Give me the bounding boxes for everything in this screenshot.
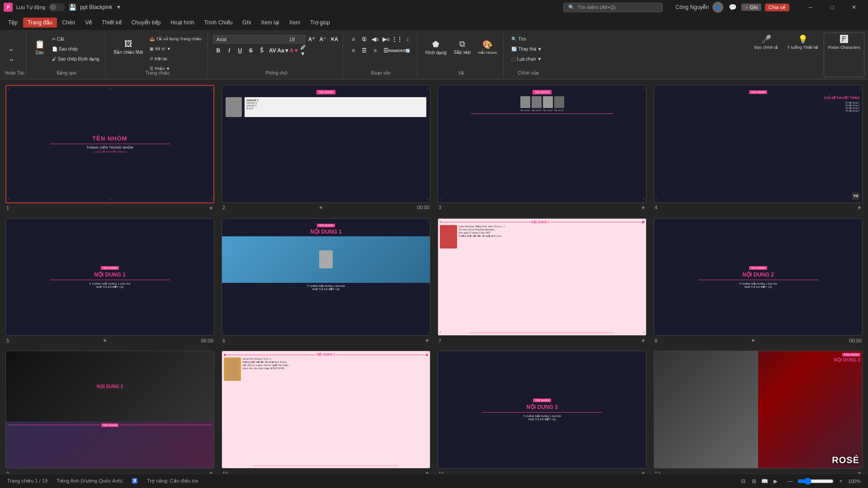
replace-button[interactable]: 🔄 Thay thế ▼	[509, 44, 544, 53]
numbering-button[interactable]: ①	[359, 34, 369, 44]
smartart-button[interactable]: SmartArt	[392, 46, 402, 56]
share-button[interactable]: Chia sẻ	[765, 4, 789, 11]
new-slide-button[interactable]: 🖼 Bản chiếu Mới	[111, 34, 146, 60]
filename-chevron[interactable]: ▼	[116, 4, 122, 10]
find-button[interactable]: 🔍 Tìm	[509, 34, 544, 43]
menu-view[interactable]: Xem	[284, 18, 305, 28]
shadow-button[interactable]: S̈	[257, 46, 267, 56]
bullets-button[interactable]: ≡	[349, 34, 359, 44]
outdent-button[interactable]: ◀≡	[370, 34, 380, 44]
close-button[interactable]: ✕	[844, 0, 864, 14]
menubar: Tệp Trang đầu Chèn Về Thiết kế Chuyển ti…	[0, 14, 868, 31]
slide-item-9[interactable]: NỘI DUNG 2 TÊN NHÓM 9 ★	[5, 351, 214, 474]
menu-insert[interactable]: Chèn	[58, 18, 80, 28]
slide-item-2[interactable]: TÊN NHÓM GROUP 1 GROUP S GROUP 5 BLALK +…	[222, 85, 430, 211]
format-painter-button[interactable]: 🖌 Sao chép Định dạng	[50, 54, 102, 63]
slide-thumb-4[interactable]: TÊN NHÓM CHỦ ĐỀ THUYẾT TRÌNH 01 Nội dung…	[654, 85, 863, 203]
undo-button[interactable]: ↩	[7, 46, 15, 55]
paste-button[interactable]: 📋 Dán	[32, 34, 48, 60]
font-size-selector[interactable]: 18	[287, 35, 305, 43]
menu-animations[interactable]: Hoạt hình	[166, 18, 198, 28]
save-icon[interactable]: 💾	[69, 4, 76, 11]
shapes-button[interactable]: ⬟ Hình dạng	[423, 34, 449, 60]
clear-format-button[interactable]: ✕A	[329, 34, 339, 44]
ribbon: ↩ ↪ Hoàn Tác 📋 Dán ✂ Cắt 📄 Sao chép 🖌 Sa…	[0, 31, 868, 80]
select-button[interactable]: ⬚ Lựa chọn ▼	[509, 54, 544, 63]
arrange-button[interactable]: ⧉ Sắp xếp	[451, 34, 473, 60]
align-right-button[interactable]: ≡	[370, 46, 380, 56]
save-toggle[interactable]	[49, 3, 65, 11]
zoom-in-button[interactable]: +	[836, 477, 845, 486]
menu-slideshow[interactable]: Trình Chiếu	[200, 18, 237, 28]
increase-font-button[interactable]: A⁺	[307, 34, 316, 44]
normal-view-button[interactable]: ⊟	[739, 477, 748, 486]
slide-sorter-button[interactable]: ⊞	[750, 477, 759, 486]
menu-about[interactable]: Về	[80, 18, 96, 28]
decrease-font-button[interactable]: A⁻	[318, 34, 328, 44]
slide-thumb-3[interactable]: TÊN NHÓM Họ và tên Họ và tên	[438, 85, 646, 203]
slide-item-6[interactable]: TÊN NHÓM NỘI DUNG 1 Ý CHÍNH NỘI DUNG 1 G…	[222, 218, 430, 344]
maximize-button[interactable]: □	[822, 0, 843, 14]
zoom-out-button[interactable]: —	[786, 477, 795, 486]
indent-button[interactable]: ▶≡	[381, 34, 391, 44]
slide-item-1[interactable]: TÊN NHÓM THÀNH VIÊN TRONG NHÓM + CHỦ ĐỀ …	[5, 85, 214, 211]
menu-home[interactable]: Trang đầu	[23, 18, 57, 28]
slide-thumb-7[interactable]: NỘI DUNG 1 Lalisa Manoban (Tiếng Thái: ล…	[438, 218, 646, 336]
menu-transitions[interactable]: Chuyển tiếp	[127, 18, 165, 28]
minimize-button[interactable]: ─	[800, 0, 821, 14]
menu-record[interactable]: Ghi	[238, 18, 255, 28]
columns-button[interactable]: ⋮⋮	[392, 34, 402, 44]
slideshow-view-button[interactable]: ▶	[771, 477, 780, 486]
slide-thumb-6[interactable]: TÊN NHÓM NỘI DUNG 1 Ý CHÍNH NỘI DUNG 1 G…	[222, 218, 430, 336]
ideas-button[interactable]: 💡 Ý tưởng Thiết kế	[783, 33, 822, 77]
copy-button[interactable]: 📄 Sao chép	[50, 44, 102, 53]
slide-thumb-9[interactable]: NỘI DUNG 2 TÊN NHÓM	[5, 351, 214, 469]
menu-help[interactable]: Trợ giúp	[306, 18, 335, 28]
menu-review[interactable]: Xem lại	[256, 18, 283, 28]
slide-thumb-11[interactable]: TÊN NHÓM NỘI DUNG 3 Ý CHÍNH NỘI DUNG 1 G…	[438, 351, 646, 469]
slide-item-11[interactable]: TÊN NHÓM NỘI DUNG 3 Ý CHÍNH NỘI DUNG 1 G…	[438, 351, 646, 474]
slide-item-3[interactable]: TÊN NHÓM Họ và tên Họ và tên	[438, 85, 646, 211]
change-case-button[interactable]: Aa▼	[278, 46, 288, 56]
reuse-slides-button[interactable]: 📥 Tải sử dụng Trang chiếu	[147, 34, 204, 43]
slide-thumb-8[interactable]: TÊN NHÓM NỘI DUNG 2 Ý CHÍNH NỘI DUNG 1 G…	[654, 218, 863, 336]
reset-button[interactable]: ↺ Đặt lại	[147, 54, 204, 63]
redo-button[interactable]: ↪	[7, 56, 15, 65]
slide-item-7[interactable]: NỘI DUNG 1 Lalisa Manoban (Tiếng Thái: ล…	[438, 218, 646, 344]
slide-item-8[interactable]: TÊN NHÓM NỘI DUNG 2 Ý CHÍNH NỘI DUNG 1 G…	[654, 218, 863, 344]
menu-file[interactable]: Tệp	[4, 18, 22, 28]
cut-button[interactable]: ✂ Cắt	[50, 34, 102, 43]
convert-button[interactable]: 🔄	[403, 46, 413, 56]
slide-item-10[interactable]: NỘI DUNG 2 Jennie Kim (Hangul: 김제니)... t…	[222, 351, 430, 474]
strikethrough-button[interactable]: S	[246, 46, 256, 56]
slide-thumb-1[interactable]: TÊN NHÓM THÀNH VIÊN TRONG NHÓM + CHỦ ĐỀ …	[5, 85, 214, 203]
search-box[interactable]: 🔍 Tìm kiếm (Alt+Q)	[563, 3, 663, 12]
line-spacing-button[interactable]: ↕	[403, 34, 413, 44]
slide-item-4[interactable]: TÊN NHÓM CHỦ ĐỀ THUYẾT TRÌNH 01 Nội dung…	[654, 85, 863, 211]
zoom-slider[interactable]	[797, 478, 834, 485]
layout-button[interactable]: ▦ Bố trí ▼	[147, 44, 204, 53]
underline-button[interactable]: U	[235, 46, 245, 56]
slide-thumb-2[interactable]: TÊN NHÓM GROUP 1 GROUP S GROUP 5 BLALK +…	[222, 85, 430, 203]
highlight-button[interactable]: 🖊▼	[300, 46, 310, 56]
comment-button[interactable]: 💬	[727, 2, 738, 13]
slide-thumb-12[interactable]: TÊN NHÓM NỘI DUNG 3 ROSÉ	[654, 351, 863, 469]
record-button[interactable]: ● Ghi	[741, 4, 761, 11]
slide-item-5[interactable]: TÊN NHÓM NỘI DUNG 1 Ý CHÍNH NỘI DUNG 1 G…	[5, 218, 214, 344]
align-center-button[interactable]: ☰	[359, 46, 369, 56]
slide-thumb-5[interactable]: TÊN NHÓM NỘI DUNG 1 Ý CHÍNH NỘI DUNG 1 G…	[5, 218, 214, 336]
menu-design[interactable]: Thiết kế	[97, 18, 126, 28]
font-color-button[interactable]: A▼	[289, 46, 299, 56]
slide-thumb-10[interactable]: NỘI DUNG 2 Jennie Kim (Hangul: 김제니)... t…	[222, 351, 430, 469]
italic-button[interactable]: I	[224, 46, 234, 56]
reading-view-button[interactable]: 📖	[760, 477, 769, 486]
pixton-button[interactable]: 🅿 Pixton Characters	[824, 33, 864, 77]
align-left-button[interactable]: ≡	[349, 46, 359, 56]
dictate-button[interactable]: 🎤 Đọc chính tả	[751, 33, 782, 77]
slide-item-12[interactable]: TÊN NHÓM NỘI DUNG 3 ROSÉ 12 ★	[654, 351, 863, 474]
bold-button[interactable]: B	[213, 46, 223, 56]
clipboard-group: 📋 Dán ✂ Cắt 📄 Sao chép 🖌 Sao chép Định d…	[28, 33, 106, 77]
quick-styles-button[interactable]: 🎨 Kiểu Nhanh	[475, 34, 500, 60]
char-spacing-button[interactable]: AV	[268, 46, 278, 56]
font-selector[interactable]: Arial	[213, 35, 286, 43]
